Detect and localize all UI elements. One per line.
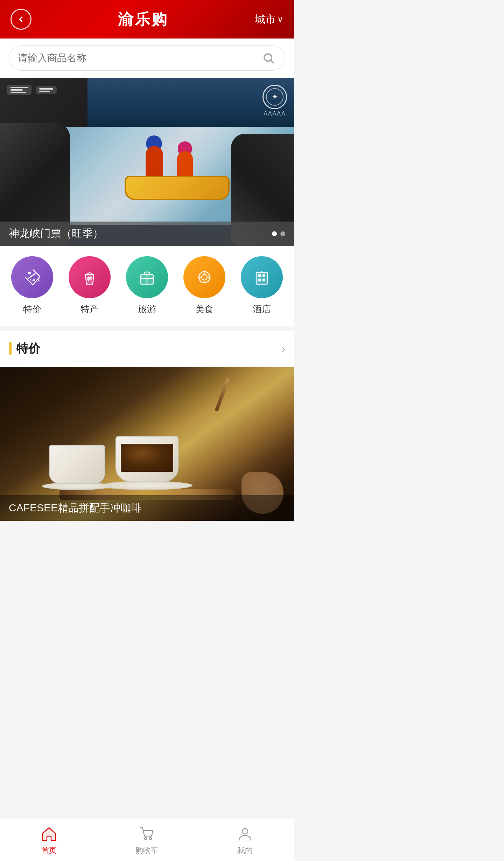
banner-image: ✦ AAAAA bbox=[0, 78, 294, 246]
techan-circle: 特 bbox=[69, 256, 111, 298]
svg-text:SALE: SALE bbox=[30, 278, 40, 282]
techan-label: 特产 bbox=[80, 303, 99, 315]
svg-rect-16 bbox=[262, 274, 265, 277]
city-label: 城市 bbox=[255, 12, 276, 27]
coffee-cup bbox=[115, 436, 178, 482]
svg-rect-15 bbox=[258, 274, 261, 277]
home-icon bbox=[40, 825, 58, 842]
category-jiudian[interactable]: 酒店 bbox=[241, 256, 283, 315]
chevron-down-icon: ∨ bbox=[277, 14, 284, 24]
category-lvyou[interactable]: 旅游 bbox=[126, 256, 168, 315]
svg-rect-14 bbox=[256, 272, 267, 284]
banner-dot-1 bbox=[272, 231, 277, 236]
category-techan[interactable]: 特 特产 bbox=[69, 256, 111, 315]
section-title: 特价 bbox=[16, 341, 40, 357]
banner-logo-left bbox=[7, 85, 57, 95]
product-title: CAFESEE精品拼配手冲咖啡 bbox=[9, 502, 142, 513]
search-bar[interactable] bbox=[9, 46, 285, 71]
category-meishi[interactable]: 美食 bbox=[183, 256, 225, 315]
svg-rect-18 bbox=[262, 279, 265, 281]
banner-caption-text: 神龙峡门票（旺季） bbox=[9, 226, 103, 241]
lvyou-label: 旅游 bbox=[138, 303, 156, 315]
search-icon[interactable] bbox=[261, 50, 276, 66]
category-tejia[interactable]: SALE 特价 bbox=[11, 256, 53, 315]
product-card[interactable]: CAFESEE精品拼配手冲咖啡 bbox=[0, 367, 294, 521]
logo-inner: ✦ bbox=[266, 88, 284, 106]
svg-point-23 bbox=[242, 828, 248, 834]
back-button[interactable] bbox=[10, 9, 31, 30]
nav-cart-label: 购物车 bbox=[135, 845, 159, 856]
raft-body bbox=[125, 176, 230, 200]
nav-home-label: 首页 bbox=[41, 845, 57, 856]
app-title: 渝乐购 bbox=[118, 9, 168, 30]
lvyou-circle bbox=[126, 256, 168, 298]
search-container bbox=[0, 38, 294, 78]
product-image-overlay: CAFESEE精品拼配手冲咖啡 bbox=[0, 495, 294, 521]
bottom-spacer bbox=[0, 521, 294, 566]
header: 渝乐购 城市 ∨ bbox=[0, 0, 294, 38]
coffee-liquid bbox=[121, 444, 173, 472]
raft bbox=[125, 144, 237, 200]
jiudian-label: 酒店 bbox=[253, 303, 271, 315]
banner-dots bbox=[272, 231, 285, 236]
section-header[interactable]: 特价 › bbox=[0, 331, 294, 367]
nav-mine[interactable]: 我的 bbox=[196, 825, 294, 856]
section-title-wrap: 特价 bbox=[9, 341, 40, 357]
small-cup bbox=[49, 445, 105, 484]
svg-point-2 bbox=[28, 272, 31, 274]
logo-stars-text: AAAAA bbox=[264, 111, 286, 117]
tejia-circle: SALE bbox=[11, 256, 53, 298]
search-input[interactable] bbox=[18, 52, 255, 64]
banner-caption: 神龙峡门票（旺季） bbox=[0, 222, 294, 246]
svg-point-21 bbox=[145, 838, 147, 840]
section-bar-decoration bbox=[9, 342, 12, 355]
banner-logo-right: ✦ AAAAA bbox=[262, 85, 287, 117]
banner[interactable]: ✦ AAAAA 神龙峡门票（旺季） bbox=[0, 78, 294, 246]
bottom-nav: 首页 购物车 我的 bbox=[0, 819, 294, 861]
coffee-saucer bbox=[102, 481, 192, 490]
svg-text:特: 特 bbox=[87, 276, 92, 282]
meishi-circle bbox=[183, 256, 225, 298]
meishi-label: 美食 bbox=[195, 303, 214, 315]
logo-star-icon: ✦ bbox=[272, 92, 278, 102]
jiudian-circle bbox=[241, 256, 283, 298]
nav-mine-label: 我的 bbox=[237, 845, 253, 856]
product-image: CAFESEE精品拼配手冲咖啡 bbox=[0, 367, 294, 521]
city-selector[interactable]: 城市 ∨ bbox=[255, 12, 284, 27]
banner-dot-2 bbox=[280, 231, 285, 236]
logo-circle: ✦ bbox=[262, 85, 287, 109]
svg-point-22 bbox=[149, 838, 152, 840]
nav-home[interactable]: 首页 bbox=[0, 825, 98, 856]
user-icon bbox=[236, 825, 254, 842]
tejia-label: 特价 bbox=[23, 303, 41, 315]
svg-line-1 bbox=[271, 61, 274, 63]
svg-point-0 bbox=[264, 54, 272, 61]
svg-rect-17 bbox=[258, 279, 261, 281]
logo-box2 bbox=[36, 86, 57, 94]
cart-icon bbox=[138, 825, 156, 842]
categories: SALE 特价 特 特产 旅游 bbox=[0, 246, 294, 326]
nav-cart[interactable]: 购物车 bbox=[98, 825, 196, 856]
section-more-arrow[interactable]: › bbox=[281, 342, 285, 355]
logo-box1 bbox=[7, 85, 31, 95]
